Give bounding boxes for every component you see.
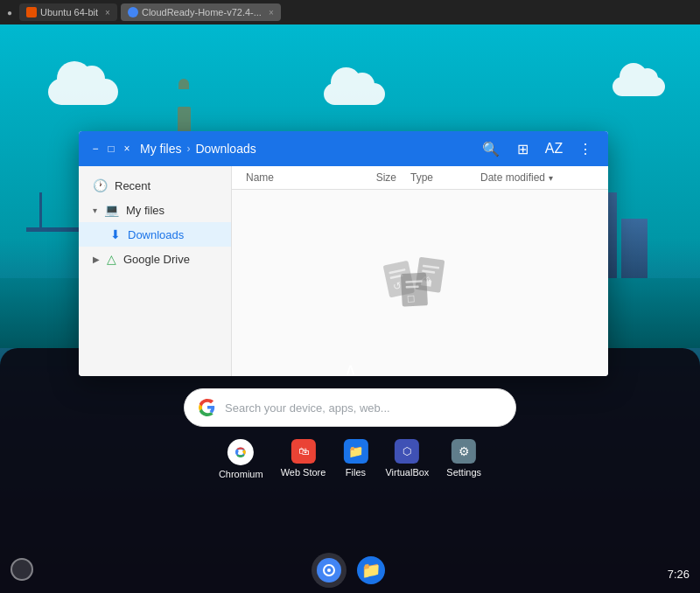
file-manager-window: − □ × My files › Downloads 🔍 ⊞ AZ ⋮ 🕐 Re… [79, 131, 608, 376]
launcher-search-container: Search your device, apps, web... [184, 388, 516, 427]
sidebar: 🕐 Recent ▾ 💻 My files ⬇ Downloads ▶ △ Go… [79, 166, 232, 376]
cloud-1 [48, 79, 118, 105]
launcher-inner [317, 558, 341, 583]
sidebar-section-myfiles[interactable]: ▾ 💻 My files [79, 198, 231, 222]
launcher-toggle-button[interactable]: ∧ [345, 359, 356, 379]
breadcrumb-current: Downloads [195, 142, 256, 156]
files-icon: 📁 [357, 556, 385, 584]
tab-cloudready[interactable]: CloudReady-Home-v72.4-... × [121, 3, 281, 21]
file-list-area: Name Size Type Date modified ▾ [232, 166, 608, 376]
col-header-date[interactable]: Date modified ▾ [480, 171, 594, 184]
window-controls: − □ × [89, 143, 133, 155]
computer-icon: 💻 [104, 203, 119, 217]
sort-button[interactable]: AZ [542, 136, 566, 161]
app-files[interactable]: 📁 Files [343, 439, 368, 479]
more-options-button[interactable]: ⋮ [573, 136, 598, 161]
search-button[interactable]: 🔍 [479, 136, 503, 161]
chevron-right-icon: ▶ [93, 255, 100, 264]
launcher-search-bar[interactable]: Search your device, apps, web... [184, 388, 516, 427]
empty-state: ↺ 🏔 [232, 190, 608, 376]
bridge-tower-1 [39, 192, 42, 232]
svg-text:◻: ◻ [407, 291, 416, 303]
chevron-down-icon: ▾ [93, 206, 97, 215]
column-headers: Name Size Type Date modified ▾ [232, 166, 608, 190]
empty-illustration: ↺ 🏔 [376, 248, 464, 318]
close-button[interactable]: × [121, 143, 133, 155]
app-chromium-label: Chromium [219, 469, 263, 479]
tab-ubuntu[interactable]: Ubuntu 64-bit × [19, 3, 117, 21]
svg-point-15 [327, 569, 331, 572]
clock-icon: 🕐 [93, 178, 108, 192]
app-webstore[interactable]: 🛍 Web Store [281, 439, 326, 479]
system-clock: 7:26 [668, 568, 690, 581]
app-settings-label: Settings [446, 467, 481, 478]
svg-point-13 [238, 450, 243, 455]
launcher-button[interactable] [312, 553, 346, 588]
sidebar-item-downloads[interactable]: ⬇ Downloads [79, 222, 231, 247]
col-header-size[interactable]: Size [358, 171, 410, 184]
grid-view-button[interactable]: ⊞ [510, 136, 535, 161]
minimize-button[interactable]: − [89, 143, 102, 155]
toolbar-actions: 🔍 ⊞ AZ ⋮ [479, 136, 598, 161]
app-webstore-label: Web Store [281, 467, 326, 478]
sidebar-item-googledrive[interactable]: ▶ △ Google Drive [79, 247, 231, 271]
breadcrumb-parent[interactable]: My files [140, 142, 181, 156]
sort-arrow-icon: ▾ [549, 173, 553, 183]
app-shortcuts: Chromium 🛍 Web Store 📁 Files ⬡ VirtualBo… [219, 439, 481, 479]
sidebar-item-recent[interactable]: 🕐 Recent [79, 173, 231, 198]
breadcrumb: My files › Downloads [140, 142, 472, 156]
col-header-type[interactable]: Type [410, 171, 480, 184]
maximize-button[interactable]: □ [105, 143, 117, 155]
cloud-3 [612, 77, 665, 96]
sidebar-label-downloads: Downloads [128, 228, 184, 241]
taskbar-bottom: 📁 7:26 [0, 548, 700, 593]
empty-files-svg: ↺ 🏔 [376, 248, 464, 327]
sidebar-label-myfiles: My files [126, 204, 164, 217]
taskbar-status-area[interactable] [10, 558, 33, 581]
statue-illustration [171, 79, 197, 131]
sidebar-label-googledrive: Google Drive [123, 253, 190, 266]
app-files-label: Files [346, 467, 366, 478]
download-icon: ⬇ [110, 227, 121, 241]
col-header-name[interactable]: Name [246, 171, 358, 184]
app-settings[interactable]: ⚙ Settings [446, 439, 481, 479]
app-chromium[interactable]: Chromium [219, 439, 263, 479]
breadcrumb-separator: › [186, 143, 190, 155]
taskbar-files-pin[interactable]: 📁 [354, 553, 388, 588]
cloud-2 [324, 83, 385, 105]
titlebar: − □ × My files › Downloads 🔍 ⊞ AZ ⋮ [79, 131, 608, 166]
top-taskbar: ● Ubuntu 64-bit × CloudReady-Home-v72.4-… [0, 0, 700, 24]
app-virtualbox[interactable]: ⬡ VirtualBox [385, 439, 429, 479]
search-placeholder: Search your device, apps, web... [225, 401, 501, 415]
drive-icon: △ [107, 252, 116, 266]
google-logo [199, 399, 216, 416]
sidebar-label-recent: Recent [115, 179, 150, 192]
app-virtualbox-label: VirtualBox [385, 467, 429, 478]
file-manager-body: 🕐 Recent ▾ 💻 My files ⬇ Downloads ▶ △ Go… [79, 166, 608, 376]
